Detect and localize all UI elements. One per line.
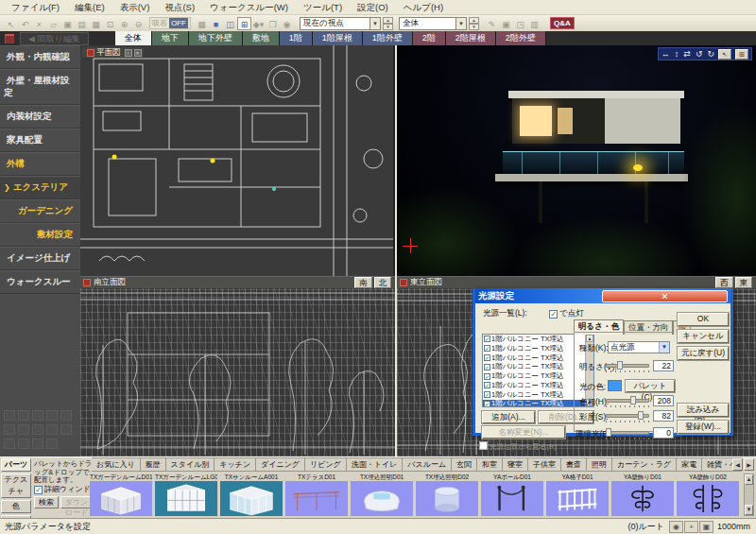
floor-tab[interactable]: 1階 bbox=[280, 31, 313, 45]
toolbar-button[interactable]: ▦ bbox=[195, 17, 209, 30]
direction-button[interactable]: 北 bbox=[374, 277, 392, 288]
part-thumbnail[interactable]: YA格子D01 bbox=[546, 474, 609, 516]
revert-button[interactable]: 元に戻す(U) bbox=[678, 347, 729, 360]
brightness-slider[interactable] bbox=[606, 361, 649, 371]
hue-value[interactable]: 208 bbox=[653, 395, 674, 406]
category-tab[interactable]: キッチン bbox=[215, 457, 256, 472]
ok-button[interactable]: OK bbox=[678, 313, 729, 326]
render-nav-icon[interactable]: ↻ bbox=[707, 48, 714, 60]
render-nav-icon[interactable]: ↺ bbox=[696, 48, 703, 60]
checkbox-icon[interactable] bbox=[484, 382, 490, 388]
part-thumbnail[interactable]: TXガーデンルームLG01 bbox=[155, 474, 217, 516]
part-thumbnail[interactable]: TXテラスD01 bbox=[285, 474, 348, 516]
close-icon[interactable]: × bbox=[134, 49, 142, 57]
part-thumbnail[interactable]: YAポールD01 bbox=[481, 474, 543, 516]
category-tab[interactable]: 照明 bbox=[587, 457, 612, 472]
scroll-left-icon[interactable]: ◀ bbox=[732, 458, 743, 471]
checkbox-icon[interactable] bbox=[484, 345, 490, 352]
add-button[interactable]: 追加(A)... bbox=[482, 411, 535, 423]
sidebar-item[interactable]: 外壁・屋根材設定 bbox=[0, 69, 80, 105]
light-color-swatch[interactable] bbox=[608, 380, 622, 391]
category-tab[interactable]: カーテン・ラグ bbox=[612, 457, 677, 472]
part-image[interactable] bbox=[481, 481, 543, 516]
sidebar-item[interactable]: 外構 bbox=[0, 152, 80, 176]
ambient-value[interactable]: 0 bbox=[653, 427, 674, 439]
brightness-value[interactable]: 22 bbox=[653, 360, 674, 371]
register-button[interactable]: 登録(W)... bbox=[678, 421, 729, 434]
floor-tab[interactable]: 1階屋根 bbox=[313, 31, 363, 45]
category-tab[interactable]: 書斎 bbox=[561, 457, 587, 472]
menu-item[interactable]: ウォークスルー(W) bbox=[202, 0, 296, 14]
toolbar-button[interactable]: ◫ bbox=[223, 17, 237, 30]
cancel-button[interactable]: キャンセル bbox=[678, 330, 729, 343]
scroll-up-icon[interactable]: ▲ bbox=[745, 474, 753, 485]
lit-checkbox[interactable]: で点灯 bbox=[549, 308, 584, 319]
plan-viewport[interactable]: 平面図 ▫ × bbox=[80, 45, 395, 276]
render-nav-icon[interactable]: ↕ bbox=[675, 48, 679, 60]
menu-item[interactable]: ファイル(F) bbox=[4, 0, 67, 14]
category-tab[interactable]: 和室 bbox=[477, 457, 503, 472]
scope-spinner[interactable]: ▲▼ bbox=[469, 17, 479, 30]
chevron-down-icon[interactable]: ▼ bbox=[455, 18, 466, 29]
saturation-value[interactable]: 82 bbox=[653, 410, 674, 422]
menu-item[interactable]: 視点(S) bbox=[157, 0, 202, 14]
category-tab[interactable]: 洗面・トイレ bbox=[347, 457, 404, 472]
category-tab[interactable]: リビング bbox=[305, 457, 347, 472]
part-image[interactable] bbox=[90, 481, 152, 516]
checkbox-icon[interactable] bbox=[484, 373, 490, 380]
direction-button[interactable]: 東 bbox=[735, 277, 753, 288]
toolbar-button[interactable]: ▤ bbox=[75, 17, 89, 30]
toolbar-button[interactable]: ▱ bbox=[46, 17, 60, 30]
toolbar-button[interactable]: ⊡ bbox=[103, 17, 117, 30]
category-tab[interactable]: バスルーム bbox=[403, 457, 452, 472]
checkbox-icon[interactable] bbox=[484, 336, 490, 342]
palette-mode-tab[interactable]: パーツ bbox=[1, 458, 31, 472]
hue-slider[interactable] bbox=[606, 396, 649, 406]
toolbar-button[interactable]: ↖ bbox=[4, 17, 18, 30]
render-nav-icon[interactable]: ⇄ bbox=[683, 48, 691, 60]
scroll-down-icon[interactable]: ▼ bbox=[745, 505, 753, 515]
toolbar-button[interactable]: ❒ bbox=[266, 17, 280, 30]
checkbox-icon[interactable] bbox=[484, 364, 490, 370]
menu-item[interactable]: ヘルプ(H) bbox=[396, 0, 451, 14]
chevron-down-icon[interactable]: ▼ bbox=[659, 342, 669, 353]
floor-tab[interactable]: 地下外壁 bbox=[189, 31, 243, 45]
sidebar-item[interactable]: 家具配置 bbox=[0, 129, 80, 152]
toolbar-button[interactable]: × bbox=[32, 17, 46, 30]
checkbox-icon[interactable] bbox=[484, 401, 490, 407]
saturation-slider[interactable] bbox=[606, 411, 649, 422]
category-tab[interactable]: 子供室 bbox=[528, 457, 561, 472]
render-viewport[interactable]: ↔↕⇄↺↻ ↖ ⊞ bbox=[397, 45, 756, 276]
palette-mode-tab[interactable]: 色 bbox=[1, 500, 31, 513]
scroll-right-icon[interactable]: ▶ bbox=[744, 458, 754, 471]
menu-item[interactable]: 表示(V) bbox=[112, 0, 158, 14]
direction-button[interactable]: 南 bbox=[354, 277, 372, 288]
floor-tab[interactable]: 敷地 bbox=[243, 31, 280, 45]
thumbnail-scrollbar[interactable]: ▲▼ bbox=[744, 474, 754, 516]
camera-icon[interactable]: ◉ bbox=[669, 521, 683, 533]
category-tab[interactable]: 玄関 bbox=[452, 457, 477, 472]
checkbox-icon[interactable] bbox=[34, 486, 43, 494]
scope-combo[interactable]: 全体 ▼ bbox=[399, 17, 467, 30]
floor-tab[interactable]: 2階外壁 bbox=[496, 31, 546, 45]
category-tab[interactable]: スタイル別 bbox=[166, 457, 215, 472]
part-image[interactable] bbox=[285, 481, 348, 516]
part-image[interactable] bbox=[416, 481, 478, 516]
ambient-slider[interactable] bbox=[606, 428, 649, 439]
part-image[interactable] bbox=[611, 481, 674, 516]
part-image[interactable] bbox=[220, 481, 283, 516]
toolbar-button[interactable]: ↶ bbox=[18, 17, 32, 30]
part-thumbnail[interactable]: TXサンルームA001 bbox=[220, 474, 283, 516]
floor-tab[interactable]: 2階 bbox=[413, 31, 446, 45]
toolbar-button[interactable]: ⊞ bbox=[237, 17, 251, 30]
category-tab[interactable]: ダイニング bbox=[256, 457, 305, 472]
part-thumbnail[interactable]: YA壁飾りD01 bbox=[611, 474, 674, 516]
part-image[interactable] bbox=[351, 481, 413, 516]
detail-window-checkbox[interactable]: 詳細ウィンドウ bbox=[34, 484, 98, 494]
palette-mode-tab[interactable]: テクスチャ bbox=[1, 474, 31, 498]
qa-button[interactable]: Q&A bbox=[550, 17, 575, 29]
light-type-combo[interactable]: 点光源 ▼ bbox=[608, 341, 670, 353]
part-thumbnail[interactable]: TX埋込照明D02 bbox=[416, 474, 478, 516]
part-image[interactable] bbox=[155, 481, 217, 516]
category-tab[interactable]: 寝室 bbox=[503, 457, 528, 472]
